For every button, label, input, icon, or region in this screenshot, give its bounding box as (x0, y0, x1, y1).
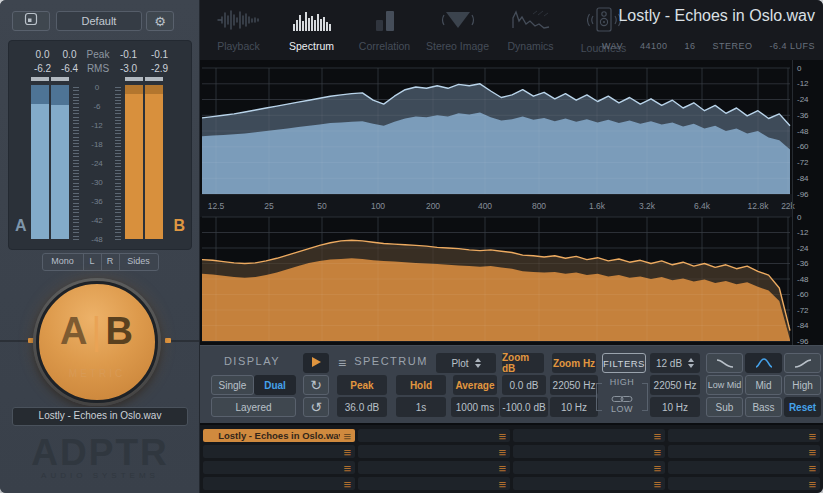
metric-ab-plugin-window: Default ⚙ 0.0 0.0 Peak -0.1 -0.1 -6.2 -6… (0, 0, 823, 493)
zoom-db-min-field[interactable]: -100.0 dB (500, 397, 548, 417)
band-high-button[interactable]: High (784, 375, 821, 395)
playlist-slot-empty[interactable]: ≡ (203, 477, 355, 490)
display-layered-button[interactable]: Layered (211, 397, 296, 417)
spectrum-analyzer-display[interactable]: 0-12-24-36-48-60-72-84-960-12-24-36-48-6… (200, 60, 823, 345)
band-bass-button[interactable]: Bass (745, 397, 782, 417)
drag-handle-icon[interactable]: ≡ (653, 445, 661, 458)
drag-handle-icon[interactable]: ≡ (808, 461, 816, 474)
drag-handle-icon[interactable]: ≡ (808, 445, 816, 458)
band-mid-button[interactable]: Mid (745, 375, 782, 395)
playlist-slot-empty[interactable]: ≡ (668, 461, 820, 474)
meter-scale-label: 0 (73, 83, 121, 92)
drag-handle-icon[interactable]: ≡ (498, 461, 506, 474)
ab-knob-text: A|B (39, 310, 155, 353)
play-button[interactable] (303, 353, 329, 373)
filter-high-field[interactable]: 22050 Hz (650, 375, 700, 395)
loop-button[interactable]: ↺ (303, 397, 329, 417)
channel-button-sides[interactable]: Sides (119, 253, 159, 271)
db-axis-label: -72 (797, 158, 809, 167)
spectrum-menu-icon[interactable]: ≡ (334, 355, 350, 371)
drag-handle-icon[interactable]: ≡ (808, 477, 816, 490)
tab-correlation[interactable]: Correlation (348, 0, 421, 60)
settings-button[interactable]: ⚙ (146, 11, 174, 31)
meter-scale-label: -42 (73, 216, 121, 225)
playlist-slot-empty[interactable]: ≡ (358, 445, 510, 458)
playlist-slot-empty[interactable]: ≡ (358, 477, 510, 490)
file-info-item: -6.4 LUFS (769, 41, 815, 51)
meter-scale: 0-6-12-18-24-30-36-42-48 (73, 87, 121, 241)
playlist-slot-empty[interactable]: ≡ (513, 445, 665, 458)
brand-logo-sub: AUDIO SYSTEMS (0, 471, 200, 480)
meter-scale-label: -48 (73, 235, 121, 244)
drag-handle-icon[interactable]: ≡ (498, 429, 506, 442)
preset-selector[interactable]: Default (56, 11, 142, 31)
playlist-slot-empty[interactable]: ≡ (513, 461, 665, 474)
drag-handle-icon[interactable]: ≡ (653, 461, 661, 474)
restart-button[interactable]: ↻ (303, 375, 329, 395)
spectrum-plot-b: 0-12-24-36-48-60-72-84-96 (202, 213, 809, 346)
playlist-slot-empty[interactable]: ≡ (358, 461, 510, 474)
meter-a-label: A (15, 217, 27, 235)
channel-button-r[interactable]: R (101, 253, 120, 271)
hold-toggle[interactable]: Hold (396, 375, 446, 395)
zoom-db-toggle[interactable]: Zoom dB (502, 353, 544, 373)
zoom-hz-min-field[interactable]: 10 Hz (550, 397, 598, 417)
average-toggle[interactable]: Average (453, 375, 497, 395)
playlist-slot-empty[interactable]: ≡ (668, 445, 820, 458)
channel-button-mono[interactable]: Mono (42, 253, 84, 271)
average-time-field[interactable]: 1000 ms (451, 397, 499, 417)
meter-scale-label: -12 (73, 121, 121, 130)
highpass-curve-button[interactable] (784, 353, 821, 373)
drag-handle-icon[interactable]: ≡ (498, 477, 506, 490)
playlist-slot-empty[interactable]: ≡ (513, 477, 665, 490)
plot-dropdown[interactable]: Plot (436, 353, 496, 373)
hold-time-field[interactable]: 1s (396, 397, 446, 417)
playlist-slot-empty[interactable]: ≡ (203, 461, 355, 474)
tab-dynamics[interactable]: Dynamics (494, 0, 567, 60)
tab-spectrum[interactable]: Spectrum (275, 0, 348, 60)
display-single-button[interactable]: Single (211, 375, 254, 395)
window-size-button[interactable] (12, 11, 50, 31)
tab-playback[interactable]: Playback (202, 0, 275, 60)
playlist-slot-empty[interactable]: ≡ (668, 477, 820, 490)
playlist-slot-empty[interactable]: ≡ (513, 429, 665, 442)
slope-stepper[interactable]: 12 dB (650, 353, 700, 373)
channel-button-l[interactable]: L (83, 253, 102, 271)
playlist-slot-loaded[interactable]: Lostly - Echoes in Oslo.wav≡ (203, 429, 355, 442)
bands-reset-button[interactable]: Reset (784, 397, 821, 417)
drag-handle-icon[interactable]: ≡ (653, 429, 661, 442)
zoom-hz-toggle[interactable]: Zoom Hz (552, 353, 596, 373)
drag-handle-icon[interactable]: ≡ (653, 477, 661, 490)
knob-b-label: B (105, 310, 133, 352)
drag-handle-icon[interactable]: ≡ (343, 445, 351, 458)
drag-handle-icon[interactable]: ≡ (343, 477, 351, 490)
correlation-icon (373, 9, 397, 35)
b-rms-left: -3.0 (113, 63, 144, 74)
brand-logo-main: ADPTR (0, 434, 200, 472)
current-file-field[interactable]: Lostly - Echoes in Oslo.wav (12, 407, 188, 426)
display-dual-button[interactable]: Dual (254, 375, 296, 395)
lowpass-curve-button[interactable] (706, 353, 743, 373)
playlist-slot-empty[interactable]: ≡ (203, 445, 355, 458)
band-sub-button[interactable]: Sub (706, 397, 743, 417)
drag-handle-icon[interactable]: ≡ (808, 429, 816, 442)
playlist-slot-empty[interactable]: ≡ (358, 429, 510, 442)
playlist-slot-empty[interactable]: ≡ (668, 429, 820, 442)
db-axis-label: -12 (797, 79, 809, 88)
drag-handle-icon[interactable]: ≡ (498, 445, 506, 458)
filter-low-field[interactable]: 10 Hz (650, 397, 700, 417)
db-axis-label: 0 (797, 213, 802, 222)
drag-handle-icon[interactable]: ≡ (343, 429, 351, 442)
zoom-hz-max-field[interactable]: 22050 Hz (550, 375, 598, 395)
ab-switch-knob[interactable]: A|B METRIC (36, 281, 158, 403)
band-lowmid-button[interactable]: Low Mid (706, 375, 743, 395)
filters-button[interactable]: FILTERS (602, 353, 646, 373)
zoom-db-max-field[interactable]: 0.0 dB (502, 375, 546, 395)
peak-toggle[interactable]: Peak (337, 375, 387, 395)
peak-range-field[interactable]: 36.0 dB (337, 397, 387, 417)
drag-handle-icon[interactable]: ≡ (343, 461, 351, 474)
meter-bar-a-right (51, 77, 69, 239)
bandpass-curve-button[interactable] (745, 353, 782, 373)
a-rms-left: -6.2 (29, 63, 56, 74)
tab-stereo-image[interactable]: Stereo Image (421, 0, 494, 60)
